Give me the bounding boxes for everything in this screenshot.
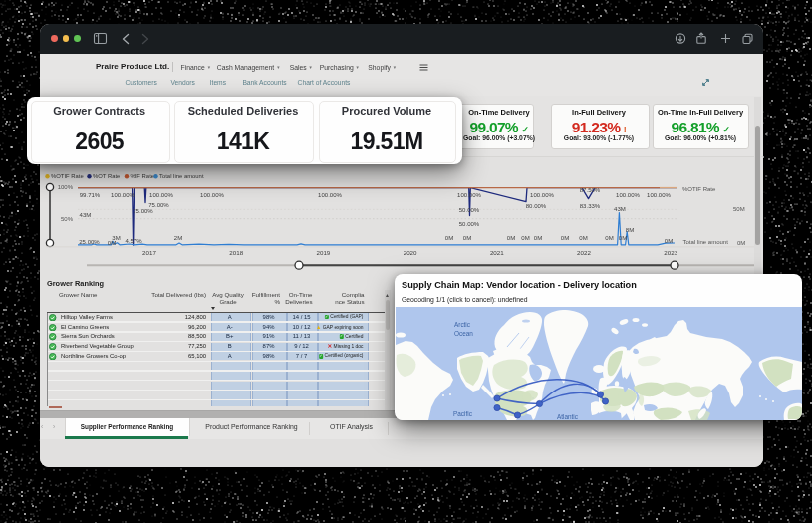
svg-text:100.00%: 100.00% [616,192,640,198]
svg-text:50.00%: 50.00% [459,221,480,227]
svg-text:Atlantic: Atlantic [557,413,579,420]
svg-text:100.00%: 100.00% [200,192,224,198]
svg-text:0M: 0M [619,235,627,241]
svg-text:99.71%: 99.71% [80,192,101,198]
svg-text:%OT Rate: %OT Rate [93,173,121,179]
svg-text:4.57%: 4.57% [125,238,142,244]
svg-text:2020: 2020 [404,249,417,256]
svg-text:Arctic: Arctic [454,321,471,328]
svg-text:2021: 2021 [490,249,504,256]
svg-text:Total line amount: Total line amount [683,239,729,245]
svg-text:100%: 100% [58,184,74,190]
svg-text:%OTIF Rate: %OTIF Rate [682,186,716,192]
svg-text:100.00%: 100.00% [647,192,671,198]
svg-text:Ocean: Ocean [453,419,472,420]
svg-text:100.00%: 100.00% [111,192,135,198]
svg-text:87.50%: 87.50% [580,187,601,193]
svg-text:100.00%: 100.00% [457,192,481,198]
svg-text:Total line amount: Total line amount [159,173,204,179]
svg-text:100.00%: 100.00% [318,192,342,198]
svg-text:2018: 2018 [229,249,243,256]
svg-text:100.00%: 100.00% [149,192,173,198]
svg-text:0M: 0M [507,235,515,241]
svg-text:25.00%: 25.00% [79,239,100,245]
svg-text:8M: 8M [626,227,634,233]
svg-text:100.00%: 100.00% [530,192,554,198]
svg-text:2019: 2019 [317,249,331,256]
svg-text:0M: 0M [665,238,673,244]
svg-text:43M: 43M [614,206,626,212]
svg-text:75.00%: 75.00% [148,202,169,208]
svg-text:%IF Rate: %IF Rate [131,173,155,179]
svg-text:Ocean: Ocean [454,330,473,337]
svg-text:2023: 2023 [664,249,677,256]
svg-text:43M: 43M [80,212,92,218]
svg-text:80.00%: 80.00% [526,203,547,209]
svg-text:Pacific: Pacific [453,410,473,417]
svg-text:0M: 0M [579,235,587,241]
svg-text:0M: 0M [605,235,613,241]
svg-text:0M: 0M [445,235,453,241]
svg-text:0M: 0M [737,240,745,246]
svg-text:0M: 0M [561,235,569,241]
svg-text:2M: 2M [174,235,182,241]
svg-text:%OTIF Rate: %OTIF Rate [51,173,84,179]
svg-text:0M: 0M [463,235,471,241]
svg-text:83.33%: 83.33% [580,203,601,209]
svg-text:0M: 0M [534,235,542,241]
svg-text:75.00%: 75.00% [133,208,153,214]
svg-text:0M: 0M [108,240,116,246]
svg-text:0M: 0M [521,235,529,241]
svg-text:50M: 50M [733,206,745,212]
svg-text:50.00%: 50.00% [459,207,480,213]
svg-text:50%: 50% [61,216,74,222]
svg-text:2022: 2022 [577,249,591,256]
svg-text:2017: 2017 [142,249,156,256]
